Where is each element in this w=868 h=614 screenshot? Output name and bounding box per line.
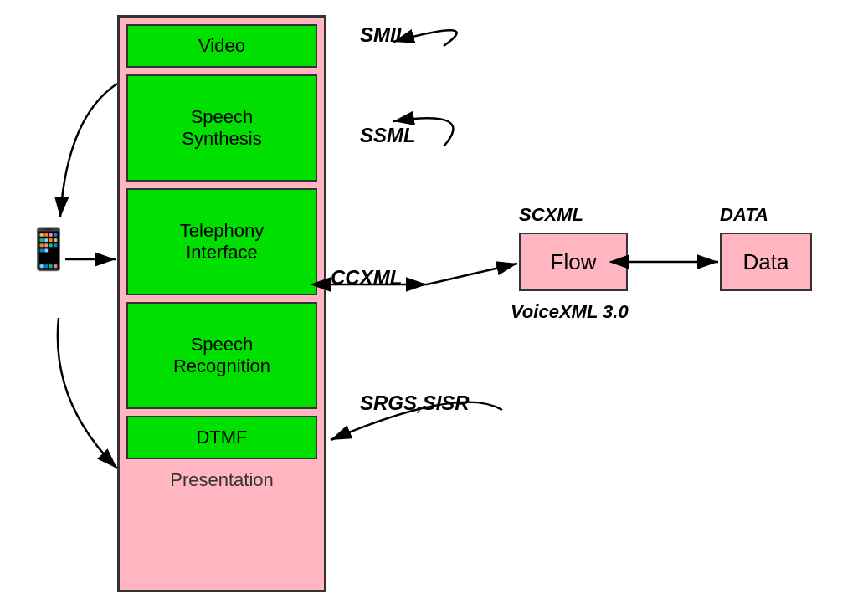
ssml-label: SSML <box>360 124 416 147</box>
flow-box: Flow <box>519 233 628 291</box>
data-label: Data <box>743 249 789 275</box>
speech-recognition-box: SpeechRecognition <box>126 302 317 409</box>
phone-icon: 📱 <box>23 226 74 273</box>
voicexml-label: VoiceXML 3.0 <box>511 301 629 323</box>
telephony-label: TelephonyInterface <box>180 220 264 264</box>
video-box: Video <box>126 24 317 68</box>
ccxml-label: CCXML <box>331 266 402 289</box>
scxml-label: SCXML <box>519 204 583 226</box>
speech-synthesis-box: SpeechSynthesis <box>126 74 317 182</box>
presentation-column: Video SpeechSynthesis TelephonyInterface… <box>117 15 326 592</box>
dtmf-label: DTMF <box>196 427 247 448</box>
speech-synthesis-label: SpeechSynthesis <box>182 106 261 150</box>
speech-recognition-label: SpeechRecognition <box>173 334 270 377</box>
srgs-label: SRGS,SISR <box>360 391 470 415</box>
dtmf-box: DTMF <box>126 416 317 459</box>
presentation-label: Presentation <box>170 469 274 491</box>
data-box: Data <box>720 233 812 291</box>
video-label: Video <box>198 35 245 57</box>
telephony-box: TelephonyInterface <box>126 188 317 295</box>
data-header-label: DATA <box>720 204 768 226</box>
svg-line-4 <box>427 264 517 284</box>
smil-label: SMIL <box>360 23 408 47</box>
flow-label: Flow <box>551 249 597 275</box>
